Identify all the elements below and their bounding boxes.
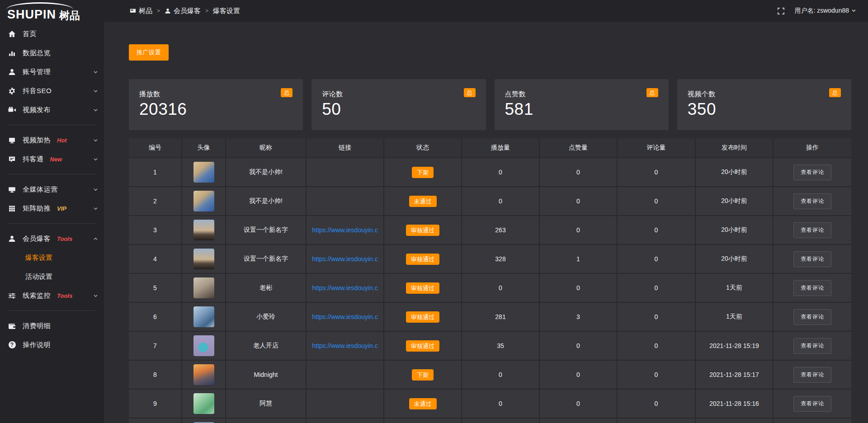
- chevron-down-icon: [93, 138, 98, 143]
- sidebar-item-账号管理[interactable]: 账号管理: [0, 62, 104, 81]
- action-cell: 查看评论: [774, 332, 851, 360]
- link-cell: https://www.iesdouyin.c: [307, 216, 383, 244]
- video-link[interactable]: https://www.iesdouyin.c: [312, 313, 378, 320]
- likes-cell: 0: [540, 187, 617, 215]
- stat-label: 播放数: [139, 90, 303, 99]
- sidebar-item-首页[interactable]: 首页: [0, 24, 104, 43]
- sidebar-item-抖客通[interactable]: 抖客通New: [0, 150, 104, 169]
- link-cell: [307, 187, 383, 215]
- view-comments-button[interactable]: 查看评论: [793, 251, 831, 267]
- link-cell: https://www.iesdouyin.c: [307, 332, 383, 360]
- video-link[interactable]: https://www.iesdouyin.c: [312, 255, 378, 263]
- sidebar-subitem-爆客设置[interactable]: 爆客设置: [0, 248, 104, 267]
- tv-icon: [8, 136, 16, 144]
- status-cell: 审核通过: [384, 303, 461, 331]
- logo-text-en: SHUPIN: [7, 9, 56, 21]
- plays-cell: 0: [462, 274, 539, 302]
- sidebar-item-会员爆客[interactable]: 会员爆客Tools: [0, 229, 104, 248]
- main-content: 推广设置 播放数 20316 总 评论数 50 总 点赞数 581 总 视频个数…: [104, 22, 868, 423]
- sidebar-item-label: 会员爆客: [23, 235, 51, 243]
- view-comments-button[interactable]: 查看评论: [793, 193, 831, 209]
- sidebar-item-抖音SEO[interactable]: 抖音SEO: [0, 81, 104, 100]
- view-comments-button[interactable]: 查看评论: [793, 222, 831, 238]
- status-cell: 下架: [384, 158, 461, 186]
- user-icon: [8, 235, 16, 243]
- sidebar-item-线索监控[interactable]: 线索监控Tools: [0, 286, 104, 305]
- sidebar-divider: [8, 310, 96, 311]
- nickname-cell: 老人开店: [226, 332, 306, 360]
- plays-cell: 35: [462, 332, 539, 360]
- sidebar-item-全媒体运营[interactable]: 全媒体运营: [0, 180, 104, 199]
- user-menu[interactable]: 用户名: zswodun88: [794, 7, 856, 15]
- link-cell: https://www.iesdouyin.c: [307, 303, 383, 331]
- view-comments-button[interactable]: 查看评论: [793, 396, 831, 412]
- sidebar-item-操作说明[interactable]: ?操作说明: [0, 335, 104, 354]
- stat-card-videos: 视频个数 350 总: [677, 79, 851, 130]
- comments-cell: 0: [618, 361, 695, 389]
- time-cell: 20小时前: [696, 245, 773, 273]
- wallet-icon: [8, 322, 16, 330]
- stat-cards: 播放数 20316 总 评论数 50 总 点赞数 581 总 视频个数 350 …: [129, 79, 851, 130]
- view-comments-button[interactable]: 查看评论: [793, 280, 831, 296]
- plays-cell: 328: [462, 245, 539, 273]
- nickname-cell: Midnight: [226, 361, 306, 389]
- video-link[interactable]: https://www.iesdouyin.c: [312, 226, 378, 234]
- view-comments-button[interactable]: 查看评论: [793, 338, 831, 354]
- sidebar-divider: [8, 125, 96, 125]
- gear-icon: [8, 87, 16, 95]
- time-cell: 2021-11-28 15:17: [696, 361, 773, 389]
- sidebar-item-label: 操作说明: [23, 341, 51, 349]
- sidebar-item-视频发布[interactable]: 视频发布: [0, 100, 104, 119]
- status-badge: 下架: [412, 369, 434, 381]
- breadcrumb: 树品>会员爆客>爆客设置: [130, 7, 240, 15]
- breadcrumb-label: 爆客设置: [213, 7, 240, 15]
- status-cell: 审核通过: [384, 274, 461, 302]
- status-cell: 审核通过: [384, 216, 461, 244]
- username-label: 用户名: zswodun88: [794, 7, 849, 15]
- chevron-down-icon: [93, 157, 98, 162]
- user-icon: [8, 68, 16, 76]
- view-comments-button[interactable]: 查看评论: [793, 164, 831, 180]
- likes-cell: 0: [540, 390, 617, 418]
- comments-cell: 0: [618, 390, 695, 418]
- sidebar-item-label: 首页: [23, 30, 37, 38]
- view-comments-button[interactable]: 查看评论: [793, 309, 831, 325]
- sidebar-item-视频加热[interactable]: 视频加热Hot: [0, 131, 104, 150]
- likes-cell: 0: [540, 361, 617, 389]
- total-badge: 总: [829, 88, 841, 97]
- link-cell: [307, 390, 383, 418]
- likes-cell: 3: [540, 303, 617, 331]
- time-cell: [696, 418, 773, 423]
- nickname-cell: 老彬: [226, 274, 306, 302]
- breadcrumb-item-树品[interactable]: 树品: [130, 7, 152, 15]
- sidebar-item-badge: VIP: [57, 205, 66, 212]
- status-cell: 未通过: [384, 187, 461, 215]
- column-header-操作: 操作: [774, 138, 851, 157]
- stat-card-likes: 点赞数 581 总: [495, 79, 669, 130]
- link-cell: https://www.iesdouyin.c: [307, 274, 383, 302]
- sidebar-item-badge: Tools: [57, 292, 72, 299]
- plays-cell: 263: [462, 216, 539, 244]
- chevron-down-icon: [851, 7, 856, 14]
- total-badge: 总: [646, 88, 658, 97]
- comments-cell: 0: [618, 187, 695, 215]
- avatar: [193, 277, 214, 298]
- video-link[interactable]: https://www.iesdouyin.c: [312, 342, 378, 349]
- sidebar-item-label: 线索监控: [23, 291, 51, 300]
- sidebar-submenu: 爆客设置活动设置: [0, 248, 104, 286]
- view-comments-button[interactable]: 查看评论: [793, 367, 831, 383]
- breadcrumb-item-会员爆客[interactable]: 会员爆客: [165, 7, 201, 15]
- sidebar-item-数据总览[interactable]: 数据总览: [0, 43, 104, 62]
- time-cell: 20小时前: [696, 187, 773, 215]
- sidebar-item-消费明细[interactable]: 消费明细: [0, 316, 104, 335]
- video-link[interactable]: https://www.iesdouyin.c: [312, 284, 378, 291]
- question-icon: ?: [8, 341, 16, 349]
- fullscreen-icon[interactable]: [778, 8, 784, 14]
- sidebar-item-矩阵助推[interactable]: 矩阵助推VIP: [0, 199, 104, 218]
- action-cell: 查看评论: [774, 361, 851, 389]
- topbar-right: 用户名: zswodun88: [778, 7, 856, 15]
- sidebar-subitem-活动设置[interactable]: 活动设置: [0, 267, 104, 286]
- avatar-cell: [182, 332, 225, 360]
- promo-settings-button[interactable]: 推广设置: [129, 44, 169, 61]
- status-cell: 未通过: [384, 390, 461, 418]
